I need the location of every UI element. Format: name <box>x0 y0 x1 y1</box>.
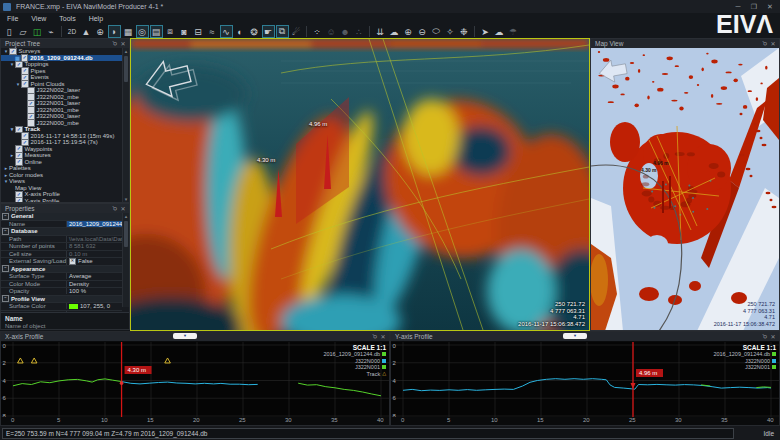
property-value[interactable]: 0.10 m <box>66 251 122 257</box>
property-value[interactable]: 8 581 632 <box>66 243 122 249</box>
legend-chip <box>772 359 776 363</box>
x-axis-profile-plot[interactable]: 024684.30 mSCALE 1:12016_1209_091244.dbJ… <box>1 342 389 417</box>
open-folder-icon[interactable]: ▱ <box>17 25 30 38</box>
collapse-icon[interactable]: − <box>2 265 9 272</box>
view-2d-icon[interactable]: 2D <box>66 25 79 38</box>
point-cloud-icon[interactable]: ☁ <box>388 25 401 38</box>
property-label: Cell size <box>1 251 66 257</box>
menu-view[interactable]: View <box>31 15 46 22</box>
tree-item-label: Measures <box>25 152 51 158</box>
collapse-icon[interactable]: − <box>2 228 9 235</box>
tree-item-label: J322N000_laser <box>37 113 81 119</box>
property-section-profile-view[interactable]: −Profile View <box>1 296 122 304</box>
checkbox[interactable]: ✓ <box>15 197 23 202</box>
menu-bar: File View Tools Help <box>0 13 567 24</box>
frame-icon[interactable]: ⧈ <box>164 25 177 38</box>
ruler-icon[interactable]: ⊟ <box>192 25 205 38</box>
tree-item-y-axis-profile[interactable]: ✓Y-axis Profile <box>1 198 122 203</box>
collapse-icon[interactable]: − <box>2 295 9 302</box>
tree-item-label: Point Clouds <box>31 81 65 87</box>
edit-hand-icon[interactable]: ☛ <box>262 25 275 38</box>
scroll-thumb[interactable] <box>124 221 128 247</box>
clean-points-icon[interactable]: ✧ <box>444 25 457 38</box>
camera-icon[interactable]: ◙ <box>178 25 191 38</box>
x-tick-label: 20 <box>193 417 200 423</box>
points-dim-icon[interactable]: ☻ <box>339 25 352 38</box>
bool-checkbox[interactable]: ✕ <box>69 258 76 265</box>
scatter-icon[interactable]: ⁘ <box>311 25 324 38</box>
close-panel-icon[interactable]: ✕ <box>379 333 387 340</box>
pointer-icon[interactable]: ▲ <box>80 25 93 38</box>
palette-icon[interactable]: ❂ <box>248 25 261 38</box>
tree-item-label: J322N002_mbe <box>37 94 79 100</box>
seabed-icon[interactable]: ▤ <box>150 25 163 38</box>
save-icon[interactable]: ◫ <box>31 25 44 38</box>
menu-tools[interactable]: Tools <box>59 15 75 22</box>
layers-icon[interactable]: ⧉ <box>276 25 289 38</box>
tree-scrollbar[interactable]: ▴▾ <box>122 48 129 202</box>
points-smooth-icon[interactable]: ☺ <box>325 25 338 38</box>
contrast-icon[interactable]: ◐ <box>234 25 247 38</box>
tree-item-label: Views <box>9 178 25 184</box>
collapse-handle[interactable]: ▼ <box>563 333 587 339</box>
close-panel-icon[interactable]: ✕ <box>119 40 127 47</box>
status-state: Idle <box>734 430 780 437</box>
property-value[interactable]: \\eiva.local\Data\Data$ <box>66 236 122 242</box>
x-tick-label: 25 <box>239 417 246 423</box>
close-panel-icon[interactable]: ✕ <box>769 40 777 47</box>
cloud-upload-icon[interactable]: ☁ <box>493 25 506 38</box>
app-icon <box>3 3 11 11</box>
blob-tool-icon[interactable]: ❉ <box>458 25 471 38</box>
lasso-icon[interactable]: ⬭ <box>430 25 443 38</box>
property-value[interactable]: 107, 255, 0 <box>66 303 122 309</box>
close-panel-icon[interactable]: ✕ <box>769 333 777 340</box>
tree-item-label: 2016-11-17 14:58:13 (15m 49s) <box>31 133 115 139</box>
property-value[interactable]: 2016_1209_091244.db <box>66 221 122 227</box>
y-axis-profile-plot[interactable]: 024684.96 mSCALE 1:12016_1209_091244.dbJ… <box>391 342 779 417</box>
x-tick-label: 20 <box>583 417 590 423</box>
property-value[interactable]: Density <box>66 281 122 287</box>
color-swatch[interactable] <box>69 304 78 309</box>
property-section-database[interactable]: −Database <box>1 228 122 236</box>
property-section-appearance[interactable]: −Appearance <box>1 266 122 274</box>
collapse-icon[interactable]: − <box>2 213 9 220</box>
3d-model-view[interactable]: 4.96 m 4.30 m 250 721.724 777 063.31 4.7… <box>130 38 590 331</box>
cursor-coordinates: 250 721.724 777 063.31 4.712016-11-17 15… <box>714 301 775 327</box>
grid-icon[interactable]: ▦ <box>122 25 135 38</box>
contour-icon[interactable]: ◎ <box>136 25 149 38</box>
bathymetry-render <box>131 39 589 330</box>
cloud-filter-icon[interactable]: ☂ <box>507 25 520 38</box>
legend-chip <box>772 352 776 356</box>
globe-icon[interactable]: ⊕ <box>94 25 107 38</box>
select-cursor-icon[interactable]: ➤ <box>479 25 492 38</box>
map-view-title: Map View <box>595 40 623 47</box>
map-view[interactable]: 4.96 m 4.30 m 250 721.724 777 063.31 4.7… <box>591 48 779 330</box>
connect-icon[interactable]: ⌁ <box>45 25 58 38</box>
x-tick-label: 0 <box>11 417 14 423</box>
property-value[interactable]: 100 % <box>66 288 122 294</box>
collapse-handle[interactable]: ▼ <box>173 333 197 339</box>
cursor-depth-label: 4.30 m <box>128 367 146 373</box>
new-file-icon[interactable]: ▯ <box>3 25 16 38</box>
points-add-icon[interactable]: ∴ <box>353 25 366 38</box>
menu-help[interactable]: Help <box>89 15 103 22</box>
depth-annotation: 4.30 m <box>257 157 275 163</box>
remove-points-icon[interactable]: ⊖ <box>416 25 429 38</box>
menu-file[interactable]: File <box>7 15 18 22</box>
close-panel-icon[interactable]: ✕ <box>119 205 127 212</box>
properties-scrollbar[interactable]: ▴ <box>122 213 129 307</box>
property-value[interactable]: ✕False <box>66 258 122 265</box>
xyz-export-icon[interactable]: ⇊ <box>374 25 387 38</box>
profile-icon[interactable]: ∿ <box>220 25 233 38</box>
property-value[interactable]: Average <box>66 273 122 279</box>
toolbar: ▯▱◫⌁2D▲⊕◗▦◎▤⧈◙⊟≈∿◐❂☛⧉☄⁘☺☻∴⇊☁⊕⊖⬭✧❉➤☁☂ <box>0 24 562 39</box>
toolbar-separator <box>61 26 62 37</box>
spray-icon[interactable]: ☄ <box>290 25 303 38</box>
legend-chip <box>382 359 386 363</box>
property-row-color-mode: Color ModeDensity <box>1 281 122 289</box>
surface-icon[interactable]: ◗ <box>108 25 121 38</box>
add-points-icon[interactable]: ⊕ <box>402 25 415 38</box>
waves-icon[interactable]: ≈ <box>206 25 219 38</box>
property-section-general[interactable]: −General <box>1 213 122 221</box>
scroll-thumb[interactable] <box>124 56 128 82</box>
